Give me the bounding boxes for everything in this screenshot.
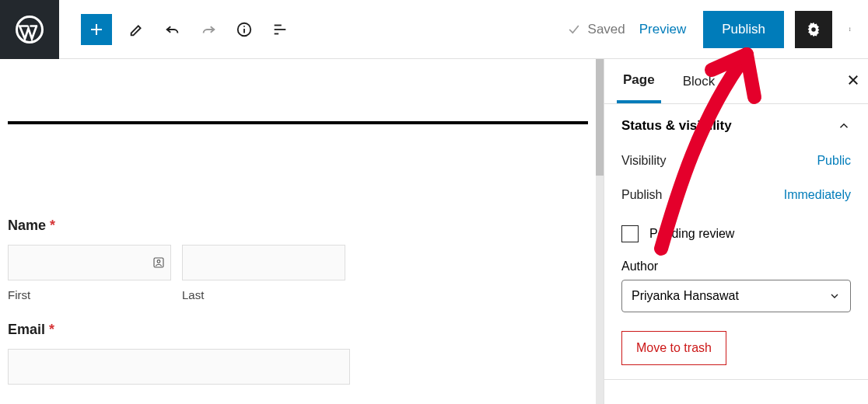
tab-page[interactable]: Page	[617, 59, 661, 103]
details-button[interactable]	[233, 19, 255, 40]
visibility-label: Visibility	[621, 154, 667, 168]
required-mark: *	[49, 322, 54, 337]
chevron-up-icon	[837, 119, 851, 133]
pending-review-checkbox[interactable]	[621, 225, 639, 242]
undo-icon	[164, 21, 181, 38]
preview-button[interactable]: Preview	[639, 22, 703, 37]
close-sidebar-button[interactable]	[846, 71, 860, 92]
close-icon	[846, 73, 860, 87]
author-select[interactable]: Priyanka Hansawat	[621, 280, 851, 312]
author-selected-value: Priyanka Hansawat	[632, 289, 739, 303]
svg-point-11	[849, 30, 850, 31]
publish-label: Publish	[621, 188, 662, 202]
chevron-down-icon	[828, 290, 841, 302]
kebab-icon	[849, 21, 854, 38]
redo-icon	[200, 21, 217, 38]
svg-point-13	[157, 260, 160, 263]
check-icon	[566, 22, 582, 37]
visibility-value-link[interactable]: Public	[817, 154, 851, 168]
settings-sidebar: Page Block Status & visibility Visibilit…	[604, 59, 868, 404]
author-label: Author	[621, 259, 851, 273]
first-name-sublabel: First	[8, 288, 171, 301]
settings-button[interactable]	[795, 11, 832, 48]
saved-label: Saved	[588, 22, 625, 37]
pencil-icon	[128, 21, 145, 38]
canvas-scrollbar[interactable]	[596, 59, 604, 404]
edit-mode-button[interactable]	[126, 19, 148, 40]
status-visibility-heading: Status & visibility	[621, 118, 732, 134]
redo-button[interactable]	[198, 19, 219, 40]
email-field-label: Email *	[8, 322, 596, 338]
move-to-trash-button[interactable]: Move to trash	[621, 331, 726, 365]
editor-top-toolbar: Saved Preview Publish	[0, 0, 868, 59]
pending-review-label: Pending review	[649, 227, 734, 241]
undo-button[interactable]	[162, 19, 184, 40]
wordpress-icon	[16, 16, 44, 44]
first-name-input[interactable]	[8, 245, 171, 280]
outline-button[interactable]	[269, 19, 291, 40]
saved-indicator: Saved	[566, 22, 639, 37]
contact-card-icon	[152, 256, 166, 270]
svg-point-10	[849, 29, 850, 30]
publish-button[interactable]: Publish	[703, 11, 784, 48]
more-options-button[interactable]	[840, 11, 863, 48]
last-name-sublabel: Last	[182, 288, 345, 301]
info-icon	[236, 21, 253, 38]
add-block-button[interactable]	[81, 14, 112, 45]
list-view-icon	[271, 21, 289, 38]
svg-point-8	[811, 27, 816, 32]
svg-point-9	[849, 27, 850, 28]
publish-value-link[interactable]: Immediately	[784, 188, 851, 202]
name-field-label: Name *	[8, 218, 596, 234]
gear-icon	[805, 21, 822, 38]
required-mark: *	[50, 218, 55, 233]
wordpress-logo-button[interactable]	[0, 0, 59, 59]
tab-block[interactable]: Block	[677, 59, 722, 103]
status-visibility-toggle[interactable]: Status & visibility	[621, 118, 851, 134]
title-separator	[8, 121, 588, 124]
last-name-input[interactable]	[182, 245, 345, 280]
scrollbar-thumb[interactable]	[596, 59, 604, 176]
svg-point-3	[243, 25, 245, 26]
plus-icon	[87, 20, 106, 39]
editor-canvas[interactable]: Name * First Last Email *	[0, 59, 596, 404]
email-input[interactable]	[8, 349, 350, 385]
